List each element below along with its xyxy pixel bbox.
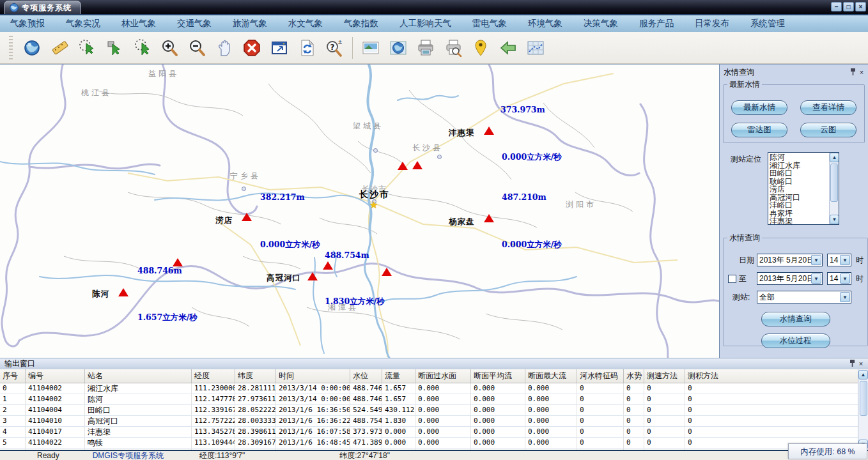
table-row[interactable]: 541104022鸣犊113.10944428.3091672013/1/6 1…	[0, 438, 868, 448]
column-header[interactable]: 测积方法	[685, 369, 868, 383]
chevron-down-icon[interactable]: ▼	[840, 292, 850, 302]
map-pin-icon[interactable]	[471, 38, 490, 57]
zoom-in-icon[interactable]	[160, 38, 179, 57]
column-header[interactable]: 断面过水面	[415, 369, 471, 383]
chevron-down-icon[interactable]: ▼	[811, 255, 821, 265]
column-header[interactable]: 流量	[382, 369, 415, 383]
column-header[interactable]: 站名	[85, 369, 192, 383]
measure-icon[interactable]	[50, 38, 69, 57]
station-listbox[interactable]: 陈河湘江水库田峪口耿峪口涝店高冠河口沣峪口冉家坪沣惠渠 ▲ ▼	[768, 152, 839, 225]
hour-to-combo[interactable]: 14 ▼	[827, 272, 851, 285]
column-header[interactable]: 编号	[26, 369, 85, 383]
column-header[interactable]: 断面平均流	[471, 369, 525, 383]
date-to-combo[interactable]: 2013年 5月20日 ▼	[757, 272, 823, 285]
station-list-item[interactable]: 沣峪口	[770, 201, 828, 210]
pan-icon[interactable]	[215, 38, 234, 57]
date-combo[interactable]: 2013年 5月20日 ▼	[757, 254, 823, 266]
station-list-item[interactable]: 沣惠渠	[770, 217, 828, 225]
menu-item-weather-index[interactable]: 气象指数	[344, 18, 378, 29]
toolbar-grip[interactable]	[9, 36, 13, 60]
pin-icon[interactable]	[848, 360, 856, 368]
output-scrollbar[interactable]: ▲ ▼	[858, 369, 868, 450]
refresh-icon[interactable]	[297, 38, 316, 57]
maximize-button[interactable]: □	[843, 2, 854, 12]
column-header[interactable]: 时间	[276, 369, 350, 383]
close-icon[interactable]: ×	[857, 68, 866, 77]
radar-chart-button[interactable]: 雷达图	[731, 123, 787, 137]
station-combo[interactable]: 全部 ▼	[757, 291, 851, 303]
select-rect-icon[interactable]	[105, 38, 124, 57]
scroll-up-icon[interactable]: ▲	[858, 370, 868, 379]
station-marker-icon[interactable]	[118, 288, 128, 296]
station-marker-icon[interactable]	[242, 213, 252, 221]
menu-item-decision[interactable]: 决策气象	[584, 18, 618, 29]
menu-item-service-products[interactable]: 服务产品	[639, 18, 674, 29]
station-marker-icon[interactable]	[307, 272, 318, 280]
station-list-item[interactable]: 田峪口	[770, 169, 828, 178]
new-window-icon[interactable]	[270, 38, 289, 57]
close-button[interactable]: ×	[855, 2, 866, 12]
menu-item-weather-live[interactable]: 气象实况	[66, 18, 100, 29]
menu-item-traffic[interactable]: 交通气象	[177, 18, 212, 29]
table-row[interactable]: 141104002陈河112.14777827.9736112013/3/14 …	[0, 394, 868, 405]
scroll-thumb[interactable]	[860, 381, 867, 416]
globe-view-icon[interactable]	[389, 38, 408, 57]
stop-icon[interactable]	[242, 38, 261, 57]
station-list-item[interactable]: 涝店	[770, 185, 828, 194]
water-level-process-button[interactable]: 水位过程	[761, 334, 830, 348]
station-marker-icon[interactable]	[484, 214, 494, 222]
column-header[interactable]: 序号	[0, 369, 26, 383]
column-header[interactable]: 断面最大流	[525, 369, 577, 383]
water-query-button[interactable]: 水情查询	[761, 312, 830, 326]
scroll-down-icon[interactable]: ▼	[830, 215, 839, 224]
station-marker-icon[interactable]	[484, 126, 494, 135]
minimize-button[interactable]: –	[831, 2, 842, 12]
latest-water-button[interactable]: 最新水情	[731, 100, 787, 115]
scroll-up-icon[interactable]: ▲	[830, 153, 839, 162]
column-header[interactable]: 水势	[624, 369, 644, 383]
table-row[interactable]: 441104017沣惠渠113.34527828.3986112013/1/6 …	[0, 427, 868, 438]
view-detail-button[interactable]: 查看详情	[800, 100, 856, 115]
table-row[interactable]: 041104002湘江水库111.23000028.2811112013/3/1…	[0, 383, 868, 394]
to-date-checkbox[interactable]	[728, 275, 736, 283]
menu-item-daily-release[interactable]: 日常发布	[695, 18, 729, 29]
menu-item-tourism[interactable]: 旅游气象	[233, 18, 267, 29]
hour-combo[interactable]: 14 ▼	[827, 254, 851, 266]
scroll-thumb[interactable]	[830, 164, 838, 202]
table-row[interactable]: 341104010高冠河口112.75722228.0033332013/1/6…	[0, 416, 868, 427]
identify-zoom-icon[interactable]: ?±	[325, 38, 344, 57]
pin-icon[interactable]	[848, 68, 857, 77]
station-marker-icon[interactable]	[412, 161, 422, 169]
station-marker-icon[interactable]	[398, 162, 408, 170]
map-view[interactable]: 益阳县桃江县望城县长沙县宁乡县浏阳市湘潭县长沙市长沙市沣惠渠涝店杨家盘高冠河口陈…	[0, 65, 719, 358]
image-view-icon[interactable]	[361, 38, 380, 57]
chevron-down-icon[interactable]: ▼	[840, 255, 850, 265]
back-arrow-icon[interactable]	[499, 38, 518, 57]
menu-item-forestry[interactable]: 林业气象	[121, 18, 156, 29]
close-icon[interactable]: ×	[856, 360, 865, 368]
globe-icon[interactable]	[22, 38, 42, 57]
column-header[interactable]: 河水特征码	[577, 369, 624, 383]
column-header[interactable]: 纬度	[235, 369, 276, 383]
print-preview-icon[interactable]	[444, 38, 463, 57]
chevron-down-icon[interactable]: ▼	[840, 273, 850, 284]
select-features-icon[interactable]	[77, 38, 97, 57]
chevron-down-icon[interactable]: ▼	[811, 273, 821, 284]
menu-item-hydrology[interactable]: 水文气象	[288, 18, 323, 29]
print-icon[interactable]	[416, 38, 435, 57]
column-header[interactable]: 经度	[192, 369, 235, 383]
select-circle-icon[interactable]	[132, 38, 151, 57]
column-header[interactable]: 测速方法	[644, 369, 685, 383]
menu-item-weather-forecast[interactable]: 气象预报	[10, 18, 45, 29]
menu-item-system-manage[interactable]: 系统管理	[750, 18, 785, 29]
menu-item-environment[interactable]: 环境气象	[528, 18, 562, 29]
cloud-chart-button[interactable]: 云图	[800, 123, 856, 137]
station-marker-icon[interactable]	[382, 268, 392, 276]
station-list-item[interactable]: 陈河	[770, 153, 828, 162]
menu-item-artificial-weather[interactable]: 人工影响天气	[399, 18, 451, 29]
station-marker-icon[interactable]	[323, 261, 333, 270]
table-row[interactable]: 241104004田峪口112.33916728.0522222013/1/6 …	[0, 405, 868, 416]
column-header[interactable]: 水位	[350, 369, 382, 383]
station-marker-icon[interactable]	[173, 258, 183, 266]
menu-item-lightning[interactable]: 雷电气象	[472, 18, 507, 29]
